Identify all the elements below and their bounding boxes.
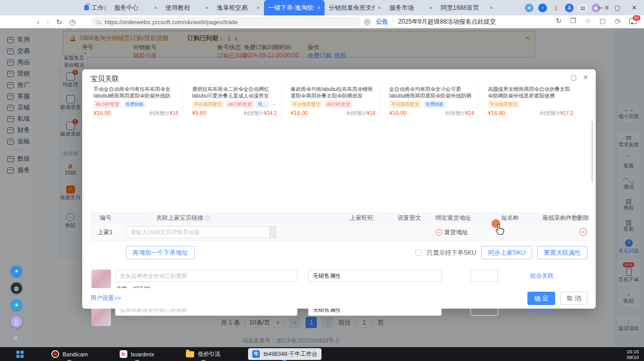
link-addon-button[interactable]: [270, 226, 276, 238]
tab-close-icon[interactable]: ×: [202, 5, 209, 11]
tab-label: 一键下单-逸淘软件: [268, 4, 314, 12]
divider: |: [392, 18, 394, 26]
taskbar-app-bandicam[interactable]: Bandicam: [47, 348, 92, 360]
tab-service-center[interactable]: 服务中心 ×: [110, 0, 161, 15]
tab-tutorial[interactable]: 使用教程 ×: [161, 0, 213, 15]
phone-icon[interactable]: ▯: [552, 4, 560, 12]
floating-app-icon-4[interactable]: ▯: [11, 316, 22, 328]
row-label: 上家1: [98, 229, 112, 236]
card-title: 手动全自动雨伞均有拉布布用伞女labubu晴雨两用遮阳伞防紫外线防: [93, 86, 178, 99]
sku-attr-input[interactable]: [308, 270, 442, 282]
association-row: 上家1 × 退货地址 ×: [90, 223, 588, 241]
return-address-icon: ×: [435, 229, 442, 236]
extension-icon[interactable]: ✦: [525, 4, 534, 12]
telegram-icon[interactable]: ✈: [11, 299, 22, 311]
tab-close-icon[interactable]: ×: [487, 5, 493, 11]
supplier-card[interactable]: 高颜值男女晴雨两用伞自动折叠太阳伞防晒防紫外线黑胶遮阳便携 平台推荐密文 ¥16…: [484, 86, 577, 118]
tab-close-icon[interactable]: ×: [314, 5, 320, 11]
delete-row-icon[interactable]: ×: [579, 228, 587, 236]
extension-icon[interactable]: ◔: [538, 4, 547, 12]
profit-label: 利润预计: [243, 110, 264, 116]
forward-icon[interactable]: ›: [47, 18, 49, 26]
supplier-link-input[interactable]: [126, 226, 270, 238]
modal-title: 宝贝关联: [90, 74, 119, 84]
tab-1688-home[interactable]: 阿里1688首页 ×: [437, 0, 497, 15]
tab-yzg-trade[interactable]: 逸掌柜交易 ×: [213, 0, 264, 15]
url-text: https://orderwebs.yzcsoft.com/okoweb/pag…: [105, 19, 238, 25]
more-tags-icon[interactable]: ⋯: [271, 102, 276, 107]
return-address-link[interactable]: 退货地址: [444, 229, 468, 236]
show-pending-sku-label[interactable]: 只显示待下单SKU: [427, 249, 477, 257]
window-close-icon[interactable]: ✕: [632, 4, 637, 11]
reload-page-icon[interactable]: ↻: [556, 17, 561, 25]
announcement[interactable]: 公告 | 2025年9月超级88活动报名点此提交: [376, 17, 496, 26]
col-header: 最低采购件数: [542, 214, 578, 222]
window-minimize-icon[interactable]: —: [597, 4, 603, 11]
taskbar-clock[interactable]: 15:15 09/10: [627, 349, 639, 360]
start-button[interactable]: [16, 351, 24, 358]
sync-sku-button[interactable]: 同步上家SKU: [481, 246, 532, 259]
supplier-card[interactable]: 全自动雨伞均有用伞女小众可爱labubu晴雨两用遮阳伞防紫外线防晒 平台推荐密文…: [385, 86, 479, 118]
floating-app-icon-2[interactable]: ◍: [11, 282, 22, 294]
copy-window-icon[interactable]: ❐: [570, 17, 576, 25]
tab-batch-pay[interactable]: 分销批量免密支付 ×: [325, 0, 385, 15]
supplier-card[interactable]: 透明拉布布雨伞二折伞全自动网红labubu可爱折叠儿童成人动漫男女 平台推荐密文…: [188, 86, 281, 118]
tab-label: 工作台: [91, 4, 106, 12]
folder-icon: [186, 351, 194, 357]
user-settings-link[interactable]: 用户设置>>: [90, 294, 121, 302]
extension-icon[interactable]: [364, 18, 371, 26]
back-icon[interactable]: ‹: [37, 18, 40, 26]
history-icon[interactable]: ◷: [69, 18, 75, 26]
tab-workbench[interactable]: 工作台: [80, 0, 110, 15]
extension-icon[interactable]: A: [565, 4, 574, 12]
bandicam-icon: [51, 350, 59, 358]
tag-48h: 48小时发货: [325, 101, 352, 108]
modal-scrollbar[interactable]: [591, 121, 594, 182]
clock-icon[interactable]: ◷: [615, 17, 620, 25]
tab-service-market[interactable]: 服务市场 ×: [385, 0, 437, 15]
tag-credit: 免费赊账: [423, 101, 446, 108]
sku-qty-input[interactable]: [470, 270, 498, 282]
info-icon[interactable]: ?: [204, 215, 210, 221]
taskbar-app-qianniu[interactable]: 牛 tb498348-千牛工作台: [248, 348, 321, 360]
reload-icon[interactable]: ↻: [56, 18, 62, 26]
col-header: 短名称: [501, 214, 519, 222]
combo-association-link[interactable]: 组合关联: [530, 272, 554, 280]
hamburger-menu-icon[interactable]: ≡: [13, 334, 17, 342]
profit-value: ¥17.2: [560, 110, 573, 116]
profit-label: 利润预计: [445, 110, 465, 116]
cancel-button[interactable]: 取 消: [560, 292, 588, 305]
col-header: 关联上家宝贝链接?: [156, 214, 210, 222]
address-bar[interactable]: https://orderwebs.yzcsoft.com/okoweb/pag…: [91, 17, 361, 27]
supplier-card[interactable]: 爆款雨伞均有labubu拉布布用伞晴雨遮阳伞两用折叠太阳伞防晒批发 平台推荐密文…: [287, 86, 380, 118]
supplier-card[interactable]: 手动全自动雨伞均有拉布布用伞女labubu晴雨两用遮阳伞防紫外线防 48小时发货…: [89, 86, 183, 118]
sku-name-input[interactable]: [115, 270, 297, 282]
notes-icon[interactable]: ▤: [578, 4, 587, 12]
page-icon[interactable]: ▢: [599, 17, 605, 25]
show-pending-sku-checkbox[interactable]: [415, 250, 422, 256]
announcement-text[interactable]: 2025年9月超级88活动报名点此提交: [398, 17, 496, 26]
tab-close-icon[interactable]: ×: [254, 5, 260, 11]
reset-association-button[interactable]: 重置关联属性: [537, 246, 588, 259]
floating-app-icon-1[interactable]: ✦: [11, 265, 22, 277]
modal-maximize-icon[interactable]: ▢: [571, 73, 577, 81]
tab-close-icon[interactable]: ×: [375, 5, 381, 11]
tab-close-icon[interactable]: ×: [426, 5, 432, 11]
qianniu-icon: 牛: [252, 350, 260, 358]
tab-close-icon[interactable]: ×: [151, 5, 157, 11]
tab-label: 逸掌柜交易: [217, 4, 248, 12]
taskbar-app-boardmix[interactable]: b boardmix: [116, 348, 158, 360]
browser-tabstrip: 工作台 服务中心 × 使用教程 × 逸掌柜交易 × 一键下单-逸淘软件 × 分销…: [0, 0, 644, 15]
window-maximize-icon[interactable]: ▢: [615, 4, 620, 11]
add-address-button[interactable]: 再增加一个下单地址: [126, 246, 195, 259]
profit-value: ¥18: [169, 110, 178, 116]
confirm-button[interactable]: 确 定: [527, 292, 555, 305]
tag-48h: 48小时发货: [93, 101, 121, 108]
announcement-label: 公告: [376, 17, 388, 26]
modal-close-icon[interactable]: ✕: [583, 73, 589, 81]
taskbar-folder[interactable]: 低价引流: [182, 348, 224, 360]
tab-one-key-order-active[interactable]: 一键下单-逸淘软件 ×: [264, 0, 325, 15]
product-association-modal: 宝贝关联 ▢ ✕ 手动全自动雨伞均有拉布布用伞女labubu晴雨两用遮阳伞防紫外…: [82, 69, 596, 309]
message-icon[interactable]: 50: [629, 18, 637, 24]
star-icon[interactable]: ☆: [585, 17, 591, 25]
